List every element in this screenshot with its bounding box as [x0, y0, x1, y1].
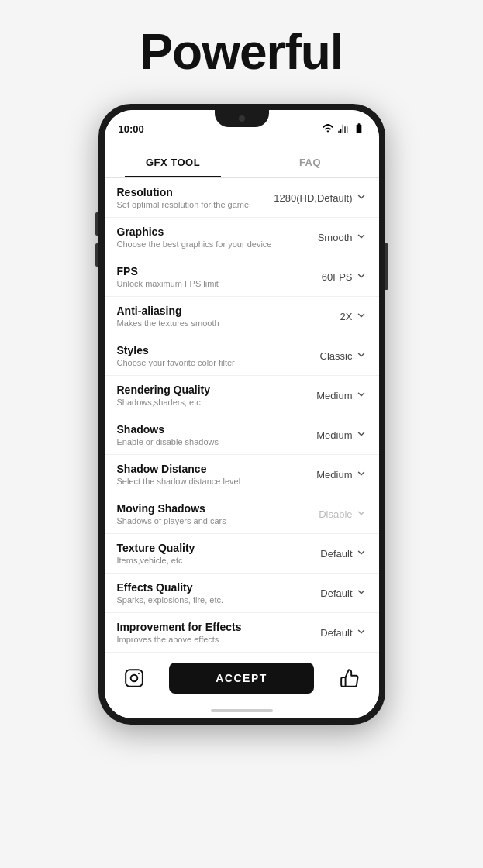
setting-value-moving-shadows: Disable	[319, 508, 352, 520]
setting-row-fps[interactable]: FPSUnlock maximum FPS limit60FPS	[105, 257, 379, 297]
setting-row-resolution[interactable]: ResolutionSet optimal resolution for the…	[105, 178, 379, 218]
setting-value-styles: Classic	[320, 350, 353, 362]
setting-title-shadow-distance: Shadow Distance	[117, 463, 317, 475]
setting-row-improvement-effects[interactable]: Improvement for EffectsImproves the abov…	[105, 613, 379, 653]
setting-chevron-improvement-effects[interactable]	[356, 626, 367, 639]
setting-value-fps: 60FPS	[322, 271, 353, 283]
setting-row-anti-aliasing[interactable]: Anti-aliasingMakes the textures smooth2X	[105, 297, 379, 336]
setting-value-rendering-quality: Medium	[316, 390, 352, 401]
setting-title-anti-aliasing: Anti-aliasing	[117, 305, 340, 317]
setting-desc-anti-aliasing: Makes the textures smooth	[117, 319, 340, 328]
setting-desc-resolution: Set optimal resolution for the game	[117, 200, 274, 209]
setting-title-shadows: Shadows	[117, 423, 317, 436]
setting-row-styles[interactable]: StylesChoose your favorite color filterC…	[105, 336, 379, 376]
setting-title-texture-quality: Texture Quality	[117, 542, 321, 554]
setting-value-texture-quality: Default	[320, 548, 352, 560]
setting-desc-fps: Unlock maximum FPS limit	[117, 279, 322, 288]
phone-notch	[215, 110, 269, 127]
setting-chevron-shadow-distance[interactable]	[356, 468, 367, 481]
setting-chevron-rendering-quality[interactable]	[356, 389, 367, 402]
svg-point-1	[130, 675, 137, 682]
svg-rect-0	[126, 670, 143, 687]
svg-point-2	[137, 673, 139, 674]
setting-title-graphics: Graphics	[117, 226, 318, 238]
setting-desc-graphics: Choose the best graphics for your device	[117, 239, 318, 249]
home-indicator	[105, 703, 379, 718]
setting-title-improvement-effects: Improvement for Effects	[117, 621, 321, 633]
setting-title-rendering-quality: Rendering Quality	[117, 384, 317, 396]
setting-row-graphics[interactable]: GraphicsChoose the best graphics for you…	[105, 218, 379, 257]
tab-gfx-tool[interactable]: GFX TOOL	[105, 147, 242, 177]
tab-faq[interactable]: FAQ	[242, 147, 379, 177]
setting-chevron-texture-quality[interactable]	[356, 547, 367, 560]
tabs-container: GFX TOOL FAQ	[105, 147, 379, 178]
setting-title-styles: Styles	[117, 344, 320, 356]
setting-title-resolution: Resolution	[117, 186, 274, 198]
setting-row-effects-quality[interactable]: Effects QualitySparks, explosions, fire,…	[105, 574, 379, 613]
setting-desc-rendering-quality: Shadows,shaders, etc	[117, 398, 317, 407]
setting-value-resolution: 1280(HD,Default)	[274, 192, 352, 204]
setting-value-graphics: Smooth	[318, 232, 353, 243]
setting-row-rendering-quality[interactable]: Rendering QualityShadows,shaders, etcMed…	[105, 376, 379, 415]
setting-desc-effects-quality: Sparks, explosions, fire, etc.	[117, 595, 321, 604]
status-icons	[322, 122, 365, 135]
camera-dot	[239, 115, 245, 122]
setting-row-shadow-distance[interactable]: Shadow DistanceSelect the shadow distanc…	[105, 455, 379, 494]
status-time: 10:00	[119, 123, 144, 135]
wifi-icon	[322, 122, 334, 135]
setting-desc-styles: Choose your favorite color filter	[117, 358, 320, 367]
setting-chevron-anti-aliasing[interactable]	[356, 310, 367, 323]
setting-chevron-styles[interactable]	[356, 350, 367, 363]
setting-value-improvement-effects: Default	[320, 627, 352, 639]
instagram-icon-button[interactable]	[120, 664, 148, 692]
setting-value-effects-quality: Default	[320, 587, 352, 599]
setting-chevron-fps[interactable]	[356, 270, 367, 284]
setting-chevron-resolution[interactable]	[356, 191, 367, 205]
setting-row-shadows[interactable]: ShadowsEnable or disable shadowsMedium	[105, 415, 379, 455]
setting-title-moving-shadows: Moving Shadows	[117, 502, 319, 515]
accept-button[interactable]: ACCEPT	[169, 663, 314, 694]
setting-chevron-moving-shadows[interactable]	[356, 508, 367, 521]
setting-desc-moving-shadows: Shadows of players and cars	[117, 516, 319, 525]
setting-chevron-effects-quality[interactable]	[356, 587, 367, 600]
page-hero-title: Powerful	[140, 23, 343, 81]
setting-row-texture-quality[interactable]: Texture QualityItems,vehicle, etcDefault	[105, 534, 379, 574]
setting-desc-shadow-distance: Select the shadow distance level	[117, 477, 317, 486]
status-bar: 10:00	[105, 110, 379, 147]
thumbs-up-icon-button[interactable]	[336, 664, 364, 692]
setting-title-fps: FPS	[117, 265, 322, 277]
home-bar	[211, 709, 273, 712]
setting-desc-improvement-effects: Improves the above effects	[117, 635, 321, 644]
bottom-bar: ACCEPT	[105, 653, 379, 703]
setting-desc-texture-quality: Items,vehicle, etc	[117, 556, 321, 565]
setting-value-shadow-distance: Medium	[316, 469, 352, 480]
signal-icon	[337, 122, 350, 135]
battery-icon	[353, 122, 365, 135]
phone-frame: 10:00 GFX TOOL	[98, 104, 385, 725]
setting-title-effects-quality: Effects Quality	[117, 581, 321, 594]
setting-value-shadows: Medium	[316, 429, 352, 441]
setting-desc-shadows: Enable or disable shadows	[117, 437, 317, 446]
setting-row-moving-shadows[interactable]: Moving ShadowsShadows of players and car…	[105, 494, 379, 534]
setting-value-anti-aliasing: 2X	[340, 311, 353, 322]
settings-list: ResolutionSet optimal resolution for the…	[105, 178, 379, 653]
setting-chevron-shadows[interactable]	[356, 429, 367, 442]
setting-chevron-graphics[interactable]	[356, 231, 367, 244]
